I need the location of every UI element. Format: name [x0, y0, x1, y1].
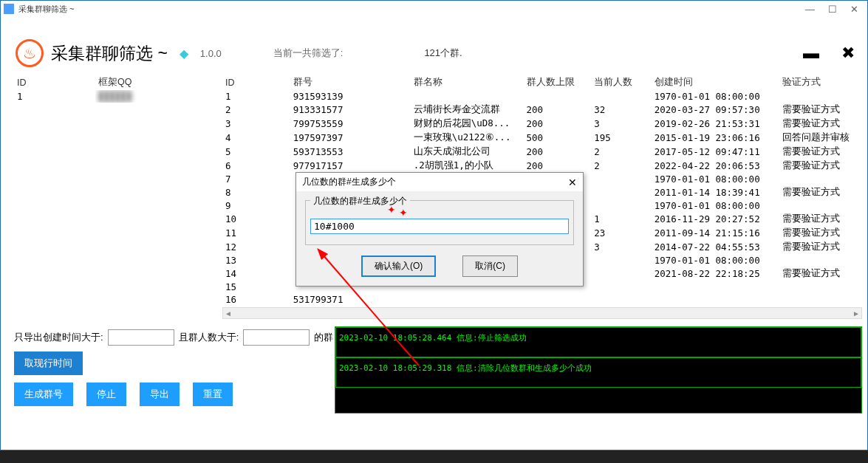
- table-row[interactable]: 16531799371: [222, 293, 862, 306]
- col-header[interactable]: ID: [222, 75, 290, 90]
- close-icon[interactable]: ✕: [850, 4, 858, 15]
- dialog-title: 几位数的群#生成多少个: [302, 176, 396, 188]
- filter-label-3: 的群: [314, 331, 333, 344]
- filter-count-input[interactable]: [243, 329, 310, 346]
- app-icon: [4, 4, 14, 14]
- col-id[interactable]: ID: [14, 75, 95, 90]
- table-row[interactable]: 2913331577云埔街长寿金交流群200322020-03-27 09:57…: [222, 103, 862, 117]
- annotation-star-icon: ✦: [387, 204, 396, 216]
- reset-button[interactable]: 重置: [193, 383, 233, 406]
- filter-label-1: 只导出创建时间大于:: [14, 331, 103, 344]
- col-qq[interactable]: 框架QQ: [95, 75, 222, 90]
- filter-label-2: 且群人数大于:: [179, 331, 239, 344]
- col-header[interactable]: 创建时间: [652, 75, 779, 90]
- dialog-ok-button[interactable]: 确认输入(O): [361, 255, 436, 277]
- input-dialog: 几位数的群#生成多少个 ✕ 几位数的群#生成多少个 确认输入(O) 取消(C): [295, 172, 584, 287]
- titlebar-text: 采集群聊筛选 ~: [18, 4, 74, 15]
- logo-icon: ♨: [16, 39, 44, 67]
- col-header[interactable]: 群号: [290, 75, 411, 90]
- col-header[interactable]: 验证方式: [779, 75, 862, 90]
- table-row[interactable]: 5593713553山东天成湖北公司20022017-05-12 09:47:1…: [222, 145, 862, 159]
- qq-table[interactable]: ID 框架QQ 1██████: [14, 75, 222, 103]
- titlebar: 采集群聊筛选 ~ — ☐ ✕: [1, 1, 867, 17]
- minimize-icon[interactable]: —: [805, 4, 815, 15]
- stats-value: 121个群.: [424, 47, 462, 60]
- inner-close-icon[interactable]: ✖: [841, 44, 855, 63]
- version-label: 1.0.0: [200, 48, 222, 59]
- col-header[interactable]: 群人数上限: [524, 75, 592, 90]
- dialog-input[interactable]: [310, 219, 569, 234]
- table-row[interactable]: 1██████: [14, 90, 222, 103]
- stats-label: 当前一共筛选了:: [273, 47, 344, 60]
- table-row[interactable]: 4197597397一束玫瑰\u2122⑥...5001952015-01-19…: [222, 131, 862, 145]
- log-panel: 2023-02-10 18:05:28.464 信息:停止筛选成功 2023-0…: [335, 326, 862, 414]
- get-time-button[interactable]: 取现行时间: [14, 351, 83, 375]
- table-row[interactable]: 3799753559财财的后花园\uD8...20032019-02-26 21…: [222, 117, 862, 131]
- filter-time-input[interactable]: [108, 329, 174, 346]
- log-line: 2023-02-10 18:05:28.464 信息:停止筛选成功: [335, 327, 861, 357]
- dialog-close-icon[interactable]: ✕: [568, 176, 577, 188]
- col-header[interactable]: 当前人数: [591, 75, 652, 90]
- annotation-star-icon: ✦: [399, 207, 408, 219]
- generate-button[interactable]: 生成群号: [14, 383, 73, 406]
- table-row[interactable]: 6977917157.2胡凯强1,的小队20022022-04-22 20:06…: [222, 159, 862, 173]
- diamond-icon: ◆: [180, 47, 188, 61]
- stop-button[interactable]: 停止: [86, 383, 126, 406]
- maximize-icon[interactable]: ☐: [828, 4, 837, 15]
- app-title: 采集群聊筛选 ~: [51, 42, 168, 65]
- log-line: 2023-02-10 18:05:29.318 信息:清除几位数群和生成多少个成…: [335, 357, 861, 388]
- inner-minimize-icon[interactable]: ▬: [803, 44, 819, 63]
- taskbar: [0, 450, 868, 463]
- dialog-cancel-button[interactable]: 取消(C): [462, 255, 518, 277]
- col-header[interactable]: 群名称: [411, 75, 524, 90]
- table-row[interactable]: 19315931391970-01-01 08:00:00: [222, 90, 862, 103]
- h-scrollbar[interactable]: ◄►: [222, 307, 862, 319]
- export-button[interactable]: 导出: [140, 383, 180, 406]
